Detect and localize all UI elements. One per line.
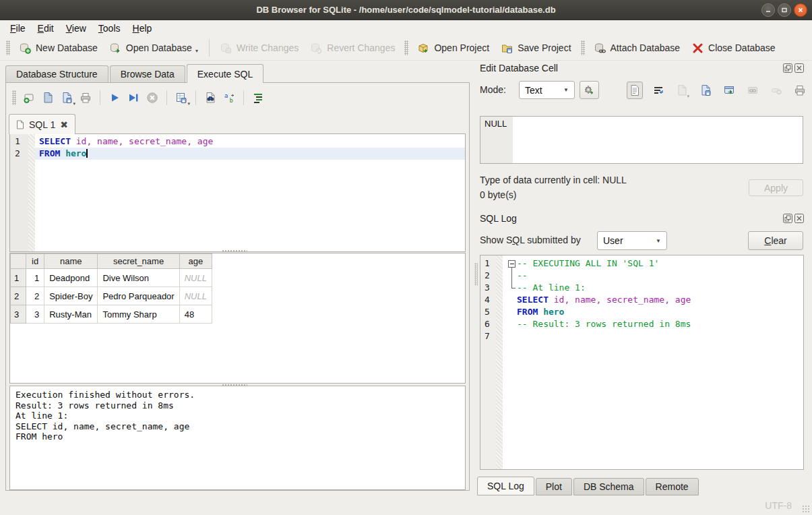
sql-log-view[interactable]: 1234567 -- EXECUTING ALL IN 'SQL 1'---- … (480, 255, 804, 470)
dock-tab-db-schema[interactable]: DB Schema (573, 478, 644, 495)
grid-cell[interactable]: 1 (26, 269, 44, 287)
close-sql-tab-icon[interactable]: ✖ (60, 119, 68, 130)
text-mode-button[interactable] (627, 82, 643, 99)
row-header[interactable]: 2 (11, 287, 26, 305)
toolbar-button-label: Close Database (708, 42, 776, 53)
execute-current-line-button[interactable] (124, 89, 143, 107)
find-button[interactable] (201, 89, 220, 107)
dropdown-arrow-icon[interactable]: ▾ (73, 101, 75, 107)
toolbar-handle[interactable] (581, 40, 585, 55)
grid-cell[interactable]: 3 (26, 305, 44, 324)
apply-button[interactable]: Apply (749, 179, 803, 196)
auto-format-button[interactable] (249, 89, 268, 107)
print-cell-button[interactable] (792, 82, 808, 99)
menu-file[interactable]: File (4, 22, 32, 35)
cell-settings-button[interactable] (580, 81, 599, 99)
column-header-id[interactable]: id (26, 254, 44, 269)
sql-editor[interactable]: 12 SELECT id, name, secret_name, ageFROM… (9, 133, 466, 252)
tab-database-structure[interactable]: Database Structure (5, 65, 108, 82)
write-changes-button: Write Changes (214, 40, 305, 57)
float-panel-icon[interactable] (783, 214, 792, 223)
log-fold-margin (496, 255, 503, 469)
grid-cell[interactable]: Spider-Boy (44, 287, 98, 305)
find-replace-button[interactable]: ab (220, 89, 239, 107)
results-table: idnamesecret_nameage11DeadpondDive Wilso… (10, 253, 212, 324)
save-sql-file-button[interactable]: ▾ (57, 89, 76, 107)
execute-all-button[interactable] (105, 89, 124, 107)
float-panel-icon[interactable] (783, 63, 792, 73)
editor-line[interactable]: SELECT id, name, secret_name, age (35, 135, 465, 148)
open-project-button[interactable]: Open Project (412, 40, 495, 57)
maximize-button[interactable] (778, 3, 791, 17)
open-sql-file-button[interactable] (38, 89, 57, 107)
editor-code-area[interactable]: SELECT id, name, secret_name, ageFROM he… (35, 134, 465, 251)
attach-database-button[interactable]: Attach Database (588, 40, 687, 57)
grid-cell[interactable]: 2 (26, 287, 44, 305)
grid-cell[interactable]: Rusty-Man (44, 305, 98, 324)
dock-tab-remote[interactable]: Remote (646, 478, 699, 495)
toolbar-handle[interactable] (12, 90, 16, 105)
save-results-view-button[interactable]: ▾ (172, 89, 191, 107)
grid-cell[interactable]: NULL (179, 287, 212, 305)
code-token: id, name, secret_name, age (554, 295, 691, 305)
grid-cell[interactable]: Pedro Parqueador (98, 287, 179, 305)
menu-edit[interactable]: Edit (32, 22, 60, 35)
cell-mode-select[interactable]: Text ▼ (519, 81, 575, 99)
close-button[interactable] (794, 3, 807, 17)
dropdown-arrow-icon[interactable]: ▾ (195, 48, 198, 54)
close-panel-icon[interactable] (794, 214, 804, 223)
toolbar-button-label: Revert Changes (327, 42, 395, 53)
close-database-button[interactable]: Close Database (686, 40, 782, 57)
editor-line[interactable]: FROM hero (35, 148, 465, 160)
toolbar-handle[interactable] (6, 40, 10, 55)
splitter-handle[interactable] (222, 249, 247, 252)
menu-view[interactable]: View (60, 22, 92, 35)
grid-cell[interactable]: 48 (179, 305, 212, 324)
cell-value-editor[interactable]: NULL (480, 116, 803, 164)
new-database-button[interactable]: New Database (13, 40, 104, 57)
sql-document-tab[interactable]: SQL 1 ✖ (9, 114, 75, 134)
resize-grip[interactable] (802, 505, 810, 513)
sql-log-filter-select[interactable]: User ▼ (597, 231, 667, 250)
column-header-age[interactable]: age (179, 254, 212, 269)
export-cell-data-button[interactable] (697, 82, 714, 99)
print-sql-button[interactable] (76, 89, 95, 107)
grid-cell[interactable]: Tommy Sharp (98, 305, 179, 324)
log-line: -- At line 1: (503, 282, 803, 294)
open-sql-tab-button[interactable] (20, 89, 38, 107)
tab-execute-sql[interactable]: Execute SQL (187, 64, 264, 83)
menu-tools[interactable]: Tools (92, 22, 127, 35)
fold-guide (507, 282, 517, 294)
edit-cell-dock-header: Edit Database Cell (480, 63, 807, 73)
open-in-external-button[interactable] (721, 82, 737, 99)
cell-text-area[interactable] (513, 117, 803, 163)
dock-tab-plot[interactable]: Plot (536, 478, 572, 495)
row-header[interactable]: 1 (11, 269, 26, 287)
menu-help[interactable]: Help (127, 22, 158, 35)
tab-browse-data[interactable]: Browse Data (110, 65, 185, 82)
open-database-button[interactable]: Open Database▾ (104, 40, 204, 57)
code-token (60, 148, 65, 158)
line-number: 5 (480, 306, 496, 318)
grid-cell[interactable]: Deadpond (44, 269, 98, 287)
column-header-name[interactable]: name (44, 254, 98, 269)
code-token: FROM (517, 307, 538, 317)
word-wrap-button[interactable] (650, 82, 666, 99)
dock-splitter-handle[interactable] (474, 263, 478, 286)
column-header-secret_name[interactable]: secret_name (98, 254, 179, 269)
sql-log-filter-value: User (603, 235, 623, 246)
grid-cell[interactable]: NULL (179, 269, 212, 287)
fold-marker-icon[interactable] (507, 258, 517, 270)
toolbar-handle[interactable] (404, 40, 408, 55)
save-project-button[interactable]: Save Project (495, 40, 577, 57)
cell-editor-toolbar: ▾ (627, 81, 808, 99)
grid-cell[interactable]: Dive Wilson (98, 269, 179, 287)
dock-tab-sql-log[interactable]: SQL Log (477, 477, 534, 495)
encoding-indicator[interactable]: UTF-8 (765, 500, 792, 511)
close-panel-icon[interactable] (794, 63, 804, 73)
dropdown-arrow-icon[interactable]: ▾ (187, 101, 190, 107)
clear-log-button[interactable]: Clear (748, 231, 803, 250)
minimize-button[interactable] (761, 3, 775, 17)
row-header[interactable]: 3 (11, 305, 26, 324)
line-number: 6 (480, 318, 496, 330)
